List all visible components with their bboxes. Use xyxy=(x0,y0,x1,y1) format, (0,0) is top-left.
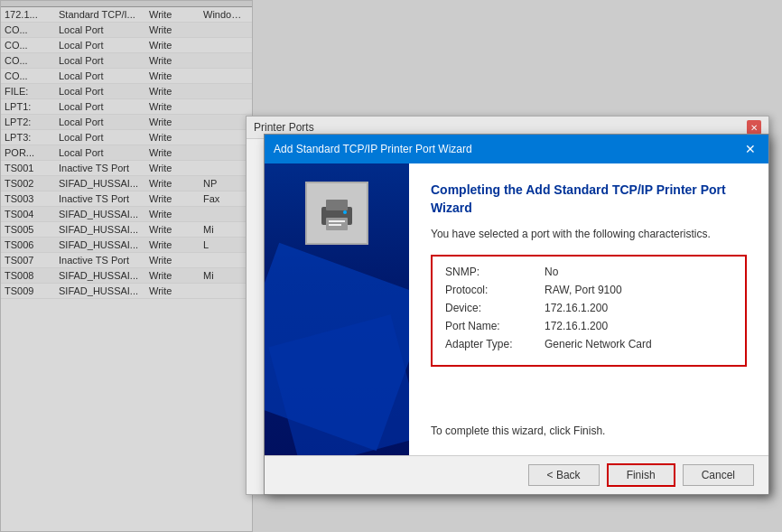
printer-ports-close-button[interactable]: ✕ xyxy=(747,120,761,135)
info-row-protocol: Protocol: RAW, Port 9100 xyxy=(445,284,732,296)
svg-rect-4 xyxy=(329,224,341,226)
wizard-icon-box xyxy=(305,182,368,245)
wizard-dialog: Add Standard TCP/IP Printer Port Wizard … xyxy=(264,134,769,495)
svg-point-5 xyxy=(343,210,347,214)
device-label: Device: xyxy=(445,302,545,314)
wizard-title: Add Standard TCP/IP Printer Port Wizard xyxy=(274,143,472,155)
wizard-heading: Completing the Add Standard TCP/IP Print… xyxy=(431,182,747,217)
info-row-adapter-type: Adapter Type: Generic Network Card xyxy=(445,338,732,350)
port-name-value: 172.16.1.200 xyxy=(545,320,608,332)
finish-button[interactable]: Finish xyxy=(607,463,675,487)
wizard-subtitle: You have selected a port with the follow… xyxy=(431,228,747,240)
wizard-close-button[interactable]: ✕ xyxy=(741,140,759,158)
adapter-type-label: Adapter Type: xyxy=(445,338,545,350)
wizard-footer: < Back Finish Cancel xyxy=(265,455,768,494)
info-row-port-name: Port Name: 172.16.1.200 xyxy=(445,320,732,332)
device-value: 172.16.1.200 xyxy=(545,302,608,314)
wizard-right-panel: Completing the Add Standard TCP/IP Print… xyxy=(409,163,768,455)
wizard-finish-text: To complete this wizard, click Finish. xyxy=(431,425,747,437)
printer-ports-title: Printer Ports xyxy=(254,121,314,134)
wizard-titlebar: Add Standard TCP/IP Printer Port Wizard … xyxy=(265,135,768,163)
protocol-value: RAW, Port 9100 xyxy=(545,284,622,296)
protocol-label: Protocol: xyxy=(445,284,545,296)
wizard-body: Completing the Add Standard TCP/IP Print… xyxy=(265,163,768,455)
cancel-button[interactable]: Cancel xyxy=(683,464,754,486)
port-name-label: Port Name: xyxy=(445,320,545,332)
adapter-type-value: Generic Network Card xyxy=(545,338,652,350)
wizard-info-box: SNMP: No Protocol: RAW, Port 9100 Device… xyxy=(431,255,747,367)
info-row-snmp: SNMP: No xyxy=(445,266,732,278)
info-row-device: Device: 172.16.1.200 xyxy=(445,302,732,314)
wizard-printer-icon xyxy=(314,191,359,236)
wizard-left-panel xyxy=(265,163,409,455)
svg-rect-1 xyxy=(326,200,348,210)
snmp-label: SNMP: xyxy=(445,266,545,278)
snmp-value: No xyxy=(545,266,558,278)
svg-rect-3 xyxy=(329,220,345,222)
back-button[interactable]: < Back xyxy=(528,464,600,486)
